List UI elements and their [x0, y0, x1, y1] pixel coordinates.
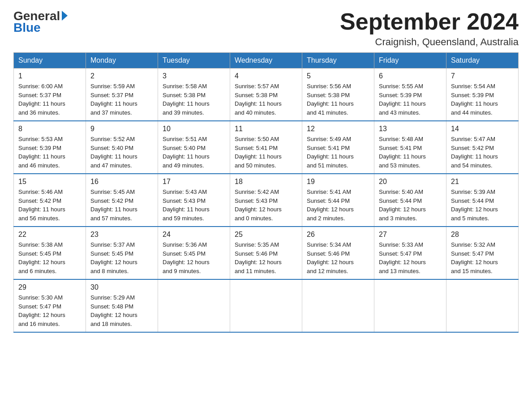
calendar-day-cell: 25Sunrise: 5:35 AMSunset: 5:46 PMDayligh…: [230, 227, 302, 279]
day-info: Sunrise: 5:37 AMSunset: 5:45 PMDaylight:…: [90, 240, 153, 275]
calendar-day-cell: 18Sunrise: 5:42 AMSunset: 5:43 PMDayligh…: [230, 174, 302, 227]
day-of-week-header: Wednesday: [230, 53, 302, 68]
day-info: Sunrise: 5:56 AMSunset: 5:38 PMDaylight:…: [307, 82, 369, 117]
day-info: Sunrise: 5:29 AMSunset: 5:48 PMDaylight:…: [90, 293, 153, 328]
day-info: Sunrise: 5:46 AMSunset: 5:42 PMDaylight:…: [18, 188, 81, 223]
calendar-day-cell: 15Sunrise: 5:46 AMSunset: 5:42 PMDayligh…: [14, 174, 86, 227]
day-info: Sunrise: 5:35 AMSunset: 5:46 PMDaylight:…: [235, 240, 297, 275]
day-number: 10: [163, 125, 225, 133]
day-number: 16: [90, 178, 153, 186]
month-title: September 2024: [340, 9, 519, 34]
day-number: 21: [451, 178, 514, 186]
calendar-week-row: 15Sunrise: 5:46 AMSunset: 5:42 PMDayligh…: [14, 174, 519, 227]
day-number: 7: [451, 72, 514, 80]
calendar-day-cell: 13Sunrise: 5:48 AMSunset: 5:41 PMDayligh…: [374, 121, 446, 174]
logo: General Blue: [13, 9, 68, 35]
calendar-day-cell: 27Sunrise: 5:33 AMSunset: 5:47 PMDayligh…: [374, 227, 446, 279]
calendar-header-row: SundayMondayTuesdayWednesdayThursdayFrid…: [14, 53, 519, 68]
day-number: 28: [451, 231, 514, 239]
calendar-day-cell: 26Sunrise: 5:34 AMSunset: 5:46 PMDayligh…: [302, 227, 374, 279]
day-number: 12: [307, 125, 369, 133]
day-number: 3: [163, 72, 225, 80]
day-number: 26: [307, 231, 369, 239]
day-of-week-header: Monday: [86, 53, 158, 68]
calendar-day-cell: 8Sunrise: 5:53 AMSunset: 5:39 PMDaylight…: [14, 121, 86, 174]
day-info: Sunrise: 5:49 AMSunset: 5:41 PMDaylight:…: [307, 135, 369, 170]
day-number: 4: [235, 72, 297, 80]
calendar-day-cell: [230, 279, 302, 332]
calendar-day-cell: 11Sunrise: 5:50 AMSunset: 5:41 PMDayligh…: [230, 121, 302, 174]
day-info: Sunrise: 5:39 AMSunset: 5:44 PMDaylight:…: [451, 188, 514, 223]
day-number: 13: [379, 125, 442, 133]
day-info: Sunrise: 5:32 AMSunset: 5:47 PMDaylight:…: [451, 240, 514, 275]
calendar-week-row: 1Sunrise: 6:00 AMSunset: 5:37 PMDaylight…: [14, 68, 519, 121]
day-number: 23: [90, 231, 153, 239]
day-number: 15: [18, 178, 81, 186]
day-number: 20: [379, 178, 442, 186]
calendar-day-cell: 9Sunrise: 5:52 AMSunset: 5:40 PMDaylight…: [86, 121, 158, 174]
calendar-day-cell: 6Sunrise: 5:55 AMSunset: 5:39 PMDaylight…: [374, 68, 446, 121]
day-number: 27: [379, 231, 442, 239]
day-of-week-header: Tuesday: [158, 53, 230, 68]
day-number: 18: [235, 178, 297, 186]
day-info: Sunrise: 5:57 AMSunset: 5:38 PMDaylight:…: [235, 82, 297, 117]
calendar-day-cell: 7Sunrise: 5:54 AMSunset: 5:39 PMDaylight…: [446, 68, 519, 121]
calendar-table: SundayMondayTuesdayWednesdayThursdayFrid…: [13, 52, 519, 333]
calendar-day-cell: 24Sunrise: 5:36 AMSunset: 5:45 PMDayligh…: [158, 227, 230, 279]
calendar-day-cell: 5Sunrise: 5:56 AMSunset: 5:38 PMDaylight…: [302, 68, 374, 121]
day-info: Sunrise: 5:47 AMSunset: 5:42 PMDaylight:…: [451, 135, 514, 170]
day-info: Sunrise: 5:59 AMSunset: 5:37 PMDaylight:…: [90, 82, 153, 117]
day-of-week-header: Sunday: [14, 53, 86, 68]
day-number: 17: [163, 178, 225, 186]
calendar-day-cell: [374, 279, 446, 332]
calendar-day-cell: 2Sunrise: 5:59 AMSunset: 5:37 PMDaylight…: [86, 68, 158, 121]
calendar-day-cell: [446, 279, 519, 332]
calendar-day-cell: 4Sunrise: 5:57 AMSunset: 5:38 PMDaylight…: [230, 68, 302, 121]
day-number: 14: [451, 125, 514, 133]
day-info: Sunrise: 5:50 AMSunset: 5:41 PMDaylight:…: [235, 135, 297, 170]
day-number: 24: [163, 231, 225, 239]
day-number: 6: [379, 72, 442, 80]
day-info: Sunrise: 5:43 AMSunset: 5:43 PMDaylight:…: [163, 188, 225, 223]
day-number: 25: [235, 231, 297, 239]
day-info: Sunrise: 5:53 AMSunset: 5:39 PMDaylight:…: [18, 135, 81, 170]
calendar-day-cell: 22Sunrise: 5:38 AMSunset: 5:45 PMDayligh…: [14, 227, 86, 279]
day-info: Sunrise: 5:38 AMSunset: 5:45 PMDaylight:…: [18, 240, 81, 275]
day-info: Sunrise: 5:40 AMSunset: 5:44 PMDaylight:…: [379, 188, 442, 223]
calendar-day-cell: 19Sunrise: 5:41 AMSunset: 5:44 PMDayligh…: [302, 174, 374, 227]
day-number: 9: [90, 125, 153, 133]
day-of-week-header: Thursday: [302, 53, 374, 68]
day-number: 5: [307, 72, 369, 80]
calendar-day-cell: 17Sunrise: 5:43 AMSunset: 5:43 PMDayligh…: [158, 174, 230, 227]
day-info: Sunrise: 5:33 AMSunset: 5:47 PMDaylight:…: [379, 240, 442, 275]
day-info: Sunrise: 5:34 AMSunset: 5:46 PMDaylight:…: [307, 240, 369, 275]
day-number: 19: [307, 178, 369, 186]
day-number: 11: [235, 125, 297, 133]
calendar-day-cell: 21Sunrise: 5:39 AMSunset: 5:44 PMDayligh…: [446, 174, 519, 227]
title-block: September 2024 Craignish, Queensland, Au…: [340, 9, 519, 48]
calendar-day-cell: 12Sunrise: 5:49 AMSunset: 5:41 PMDayligh…: [302, 121, 374, 174]
calendar-day-cell: 29Sunrise: 5:30 AMSunset: 5:47 PMDayligh…: [14, 279, 86, 332]
day-info: Sunrise: 6:00 AMSunset: 5:37 PMDaylight:…: [18, 82, 81, 117]
day-info: Sunrise: 5:54 AMSunset: 5:39 PMDaylight:…: [451, 82, 514, 117]
calendar-day-cell: [302, 279, 374, 332]
calendar-day-cell: 3Sunrise: 5:58 AMSunset: 5:38 PMDaylight…: [158, 68, 230, 121]
day-number: 29: [18, 283, 81, 291]
calendar-day-cell: [158, 279, 230, 332]
day-info: Sunrise: 5:48 AMSunset: 5:41 PMDaylight:…: [379, 135, 442, 170]
day-info: Sunrise: 5:58 AMSunset: 5:38 PMDaylight:…: [163, 82, 225, 117]
day-of-week-header: Friday: [374, 53, 446, 68]
day-number: 1: [18, 72, 81, 80]
location-title: Craignish, Queensland, Australia: [340, 36, 519, 48]
calendar-day-cell: 1Sunrise: 6:00 AMSunset: 5:37 PMDaylight…: [14, 68, 86, 121]
calendar-day-cell: 20Sunrise: 5:40 AMSunset: 5:44 PMDayligh…: [374, 174, 446, 227]
day-of-week-header: Saturday: [446, 53, 519, 68]
day-number: 2: [90, 72, 153, 80]
day-info: Sunrise: 5:51 AMSunset: 5:40 PMDaylight:…: [163, 135, 225, 170]
calendar-day-cell: 10Sunrise: 5:51 AMSunset: 5:40 PMDayligh…: [158, 121, 230, 174]
day-number: 8: [18, 125, 81, 133]
day-number: 30: [90, 283, 153, 291]
day-info: Sunrise: 5:42 AMSunset: 5:43 PMDaylight:…: [235, 188, 297, 223]
day-info: Sunrise: 5:52 AMSunset: 5:40 PMDaylight:…: [90, 135, 153, 170]
calendar-week-row: 29Sunrise: 5:30 AMSunset: 5:47 PMDayligh…: [14, 279, 519, 332]
